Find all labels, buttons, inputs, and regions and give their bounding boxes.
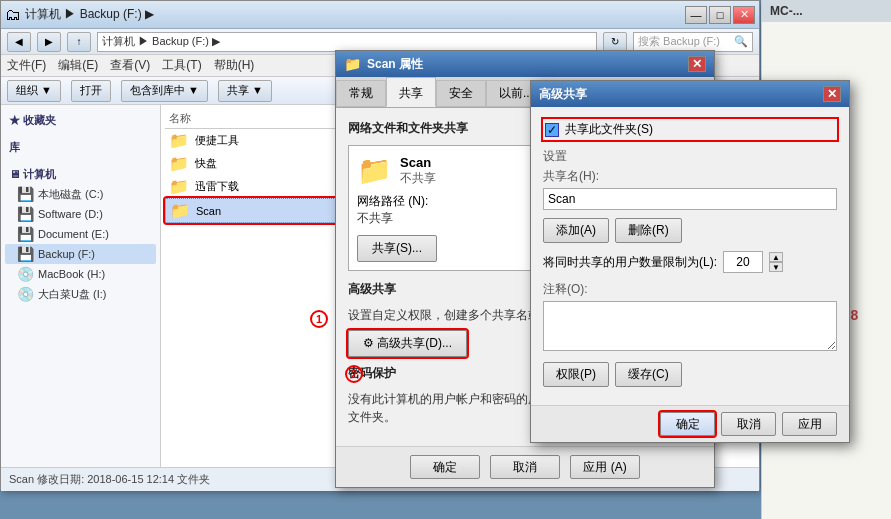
drive-icon-e: 💾 <box>17 226 34 242</box>
spinner-down[interactable]: ▼ <box>769 262 783 272</box>
window-controls: — □ ✕ <box>685 6 755 24</box>
sidebar-label-e: Document (E:) <box>38 228 109 240</box>
drive-icon-i: 💿 <box>17 286 34 302</box>
cache-button[interactable]: 缓存(C) <box>615 362 682 387</box>
include-library-button[interactable]: 包含到库中 ▼ <box>121 80 208 102</box>
file-name-bianjie: 便捷工具 <box>195 133 239 148</box>
network-path-label: 网络路径 (N): <box>357 194 428 208</box>
favorites-header: ★ 收藏夹 <box>5 111 156 130</box>
favorites-section: ★ 收藏夹 <box>5 111 156 130</box>
remove-button[interactable]: 删除(R) <box>615 218 682 243</box>
organize-button[interactable]: 组织 ▼ <box>7 80 61 102</box>
settings-label: 设置 <box>543 148 837 165</box>
computer-section: 🖥 计算机 💾 本地磁盘 (C:) 💾 Software (D:) 💾 Docu… <box>5 165 156 304</box>
search-placeholder: 搜索 Backup (F:) <box>638 34 720 49</box>
explorer-titlebar: 🗂 计算机 ▶ Backup (F:) ▶ — □ ✕ <box>1 1 759 29</box>
advanced-dialog-title: 高级共享 <box>539 86 587 103</box>
scan-properties-ok[interactable]: 确定 <box>410 455 480 479</box>
advanced-sharing-button[interactable]: ⚙ 高级共享(D)... <box>348 330 467 357</box>
status-text: Scan 修改日期: 2018-06-15 12:14 文件夹 <box>9 472 210 487</box>
share-checkbox-label: 共享此文件夹(S) <box>565 121 653 138</box>
network-path-value: 不共享 <box>357 211 393 225</box>
drive-icon-f: 💾 <box>17 246 34 262</box>
sidebar-item-i[interactable]: 💿 大白菜U盘 (I:) <box>5 284 156 304</box>
advanced-dialog-content: ✓ 共享此文件夹(S) 设置 共享名(H): 添加(A) 删除(R) 将同时共享… <box>531 107 849 405</box>
limit-row: 将同时共享的用户数量限制为(L): 20 ▲ ▼ <box>543 251 837 273</box>
comment-textarea[interactable] <box>543 301 837 351</box>
share-name-label: 共享名(H): <box>543 168 837 185</box>
advanced-sharing-dialog: 高级共享 ✕ ✓ 共享此文件夹(S) 设置 共享名(H): 添加(A) 删除(R… <box>530 80 850 443</box>
folder-icon-kuaipan: 📁 <box>169 154 189 173</box>
sidebar-item-e[interactable]: 💾 Document (E:) <box>5 224 156 244</box>
file-name-scan: Scan <box>196 205 221 217</box>
search-box[interactable]: 搜索 Backup (F:) 🔍 <box>633 32 753 52</box>
minimize-button[interactable]: — <box>685 6 707 24</box>
explorer-title: 计算机 ▶ Backup (F:) ▶ <box>25 6 154 23</box>
sidebar-label-f: Backup (F:) <box>38 248 95 260</box>
sidebar-item-c[interactable]: 💾 本地磁盘 (C:) <box>5 184 156 204</box>
tab-security[interactable]: 安全 <box>436 80 486 107</box>
scan-properties-apply[interactable]: 应用 (A) <box>570 455 640 479</box>
forward-button[interactable]: ▶ <box>37 32 61 52</box>
step1-badge: 1 <box>310 310 328 328</box>
file-name-kuaipan: 快盘 <box>195 156 217 171</box>
scan-properties-footer: 确定 取消 应用 (A) <box>336 446 714 487</box>
scan-properties-close[interactable]: ✕ <box>688 56 706 72</box>
up-button[interactable]: ↑ <box>67 32 91 52</box>
share-checkbox-row: ✓ 共享此文件夹(S) <box>543 119 837 140</box>
sidebar-label-i: 大白菜U盘 (I:) <box>38 287 106 302</box>
menu-help[interactable]: 帮助(H) <box>214 57 255 74</box>
close-button[interactable]: ✕ <box>733 6 755 24</box>
share-status: 不共享 <box>400 170 436 187</box>
menu-file[interactable]: 文件(F) <box>7 57 46 74</box>
add-remove-row: 添加(A) 删除(R) <box>543 218 837 243</box>
tab-general[interactable]: 常规 <box>336 80 386 107</box>
open-button[interactable]: 打开 <box>71 80 111 102</box>
folder-icon-xunlei: 📁 <box>169 177 189 196</box>
advanced-cancel-button[interactable]: 取消 <box>721 412 776 436</box>
add-button[interactable]: 添加(A) <box>543 218 609 243</box>
menu-view[interactable]: 查看(V) <box>110 57 150 74</box>
scan-properties-title: Scan 属性 <box>367 56 423 73</box>
computer-header: 🖥 计算机 <box>5 165 156 184</box>
sidebar-label-c: 本地磁盘 (C:) <box>38 187 103 202</box>
sidebar-label-d: Software (D:) <box>38 208 103 220</box>
file-name-xunlei: 迅雷下载 <box>195 179 239 194</box>
menu-edit[interactable]: 编辑(E) <box>58 57 98 74</box>
folder-icon-scan: 📁 <box>170 201 190 220</box>
menu-tools[interactable]: 工具(T) <box>162 57 201 74</box>
libraries-section: 库 <box>5 138 156 157</box>
comment-label: 注释(O): <box>543 281 837 298</box>
advanced-dialog-close[interactable]: ✕ <box>823 86 841 102</box>
folder-icon-bianjie: 📁 <box>169 131 189 150</box>
sidebar-item-f[interactable]: 💾 Backup (F:) <box>5 244 156 264</box>
advanced-ok-button[interactable]: 确定 <box>660 412 715 436</box>
scan-properties-titlebar: 📁 Scan 属性 ✕ <box>336 51 714 77</box>
advanced-apply-button[interactable]: 应用 <box>782 412 837 436</box>
advanced-dialog-titlebar: 高级共享 ✕ <box>531 81 849 107</box>
maximize-button[interactable]: □ <box>709 6 731 24</box>
share-checkbox[interactable]: ✓ <box>545 123 559 137</box>
back-button[interactable]: ◀ <box>7 32 31 52</box>
drive-icon-c: 💾 <box>17 186 34 202</box>
refresh-button[interactable]: ↻ <box>603 32 627 52</box>
sidebar-label-h: MacBook (H:) <box>38 268 105 280</box>
address-bar[interactable]: 计算机 ▶ Backup (F:) ▶ <box>97 32 597 52</box>
share-button-dialog[interactable]: 共享(S)... <box>357 235 437 262</box>
advanced-dialog-footer: 确定 取消 应用 <box>531 405 849 442</box>
spinner-up[interactable]: ▲ <box>769 252 783 262</box>
drive-icon-h: 💿 <box>17 266 34 282</box>
share-folder-icon: 📁 <box>357 154 392 187</box>
permissions-button[interactable]: 权限(P) <box>543 362 609 387</box>
scan-properties-cancel[interactable]: 取消 <box>490 455 560 479</box>
drive-icon-d: 💾 <box>17 206 34 222</box>
libraries-header: 库 <box>5 138 156 157</box>
share-button[interactable]: 共享 ▼ <box>218 80 272 102</box>
sidebar-item-h[interactable]: 💿 MacBook (H:) <box>5 264 156 284</box>
share-name-input[interactable] <box>543 188 837 210</box>
sidebar-item-d[interactable]: 💾 Software (D:) <box>5 204 156 224</box>
tab-sharing[interactable]: 共享 <box>386 77 436 107</box>
limit-label: 将同时共享的用户数量限制为(L): <box>543 254 717 271</box>
explorer-sidebar: ★ 收藏夹 库 🖥 计算机 💾 本地磁盘 (C:) 💾 Software (D:… <box>1 105 161 467</box>
limit-spinner[interactable]: 20 <box>723 251 763 273</box>
